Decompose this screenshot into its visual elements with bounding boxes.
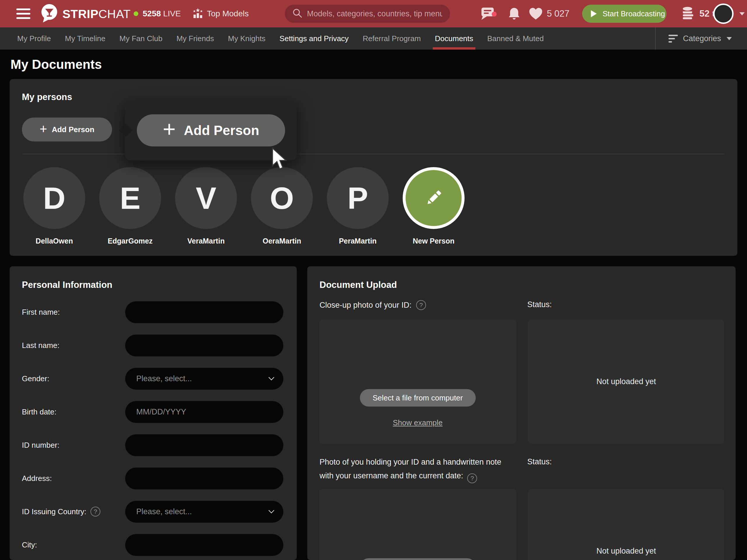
search-bar[interactable] [285,5,450,23]
birth-date-field[interactable] [125,401,283,423]
person-avatar: O [251,167,313,229]
menu-icon[interactable] [16,8,30,19]
select-file-button[interactable]: Select a file from computer [360,558,475,560]
status-text: Not uploaded yet [596,377,656,386]
add-person-button[interactable]: + Add Person [22,117,112,141]
heart-icon [529,7,543,20]
holding-id-dropzone[interactable]: Select a file from computer [319,489,516,560]
id-photo-dropzone[interactable]: Select a file from computer Show example [319,320,516,444]
podium-stars-icon [192,7,203,20]
help-icon[interactable]: ? [91,507,100,516]
bell-icon [508,7,520,21]
page-title: My Documents [10,57,102,72]
search-input[interactable] [307,9,442,18]
start-broadcasting-button[interactable]: Start Broadcasting [582,5,667,23]
address-label: Address: [22,474,52,483]
categories-menu[interactable]: Categories [655,27,747,50]
add-person-button-zoomed[interactable]: + Add Person [137,114,285,146]
tab-my-timeline[interactable]: My Timeline [65,27,106,50]
form-row-city: City: [22,528,283,560]
person-avatar: P [327,167,389,229]
top-models-link[interactable]: Top Models [192,0,249,27]
chevron-down-icon [268,507,274,513]
chevron-down-icon [268,374,274,380]
new-person-item[interactable]: New Person [403,167,465,245]
form-row-id-issuing-country: ID Issuing Country: ? Please, select... [22,495,283,528]
form-row-address: Address: [22,462,283,495]
document-upload-heading: Document Upload [319,280,397,290]
plus-icon: + [40,123,47,135]
stripchat-logo-icon [40,4,58,24]
personal-information-heading: Personal Information [22,280,112,290]
id-issuing-country-label: ID Issuing Country: ? [22,507,100,516]
person-item[interactable]: E EdgarGomez [99,167,161,245]
personal-information-card: Personal Information First name: Last na… [10,266,297,560]
pencil-icon [423,188,444,208]
user-menu-caret[interactable] [738,0,745,27]
tab-referral-program[interactable]: Referral Program [363,27,421,50]
id-number-field[interactable] [125,434,283,456]
person-name: EdgarGomez [108,237,153,245]
person-item[interactable]: D DellaOwen [23,167,85,245]
help-icon[interactable]: ? [467,473,477,483]
stripchat-logo[interactable]: STRIPCHAT [40,4,131,24]
person-name: OeraMartin [263,237,301,245]
id-photo-label: Close-up photo of your ID: ? [319,300,426,310]
tab-documents[interactable]: Documents [435,27,473,50]
start-broadcasting-label: Start Broadcasting [602,9,665,18]
person-item[interactable]: V VeraMartin [175,167,237,245]
person-item[interactable]: P PeraMartin [327,167,389,245]
top-header: STRIPCHAT 5258 LIVE Top Models [0,0,747,27]
person-name: PeraMartin [339,237,377,245]
top-models-label: Top Models [207,9,249,18]
favorites-counter[interactable]: 5 027 [529,0,570,27]
new-person-avatar [403,167,465,229]
my-persons-heading: My persons [22,92,72,102]
user-avatar[interactable] [713,3,733,24]
id-issuing-country-placeholder: Please, select... [136,507,192,516]
tab-my-knights[interactable]: My Knights [228,27,265,50]
categories-label: Categories [683,34,721,43]
person-name: VeraMartin [187,237,225,245]
person-item[interactable]: O OeraMartin [251,167,313,245]
notifications-button[interactable] [508,0,520,27]
form-row-first-name: First name: [22,295,283,329]
gender-select[interactable]: Please, select... [125,368,283,390]
city-field[interactable] [125,534,283,556]
tab-my-profile[interactable]: My Profile [17,27,51,50]
favorites-count: 5 027 [547,8,570,19]
form-row-last-name: Last name: [22,329,283,362]
person-avatar: D [23,167,85,229]
chevron-down-icon [727,37,732,40]
form-row-gender: Gender: Please, select... [22,362,283,395]
personal-info-form: First name: Last name: Gender: Please, s… [22,295,283,560]
brand-name: STRIPCHAT [62,7,131,21]
first-name-field[interactable] [125,301,283,323]
tab-my-fan-club[interactable]: My Fan Club [119,27,162,50]
show-example-link[interactable]: Show example [393,418,443,427]
messages-button[interactable] [480,0,495,27]
profile-nav: My Profile My Timeline My Fan Club My Fr… [0,27,747,50]
live-dot-icon [134,11,138,16]
notification-dot [492,12,497,17]
help-icon[interactable]: ? [416,300,426,310]
address-field[interactable] [125,468,283,489]
nav-tabs: My Profile My Timeline My Fan Club My Fr… [0,27,544,50]
tab-settings-and-privacy[interactable]: Settings and Privacy [280,27,349,50]
last-name-field[interactable] [125,335,283,356]
tab-my-friends[interactable]: My Friends [177,27,214,50]
chevron-down-icon [740,12,745,16]
person-avatar: E [99,167,161,229]
add-person-label: Add Person [52,125,94,134]
tab-banned-muted[interactable]: Banned & Muted [487,27,544,50]
id-issuing-country-select[interactable]: Please, select... [125,501,283,523]
first-name-label: First name: [22,308,60,317]
stripchat-documents-page: { "header": { "brand_bold": "STRIP", "br… [0,0,747,560]
tooltip-arrow [119,123,132,137]
add-person-label: Add Person [184,123,259,138]
document-upload-card: Document Upload Close-up photo of your I… [307,266,736,560]
filter-icon [669,35,678,43]
select-file-button[interactable]: Select a file from computer [360,389,475,407]
id-number-label: ID number: [22,441,59,450]
status-label: Status: [527,457,552,466]
